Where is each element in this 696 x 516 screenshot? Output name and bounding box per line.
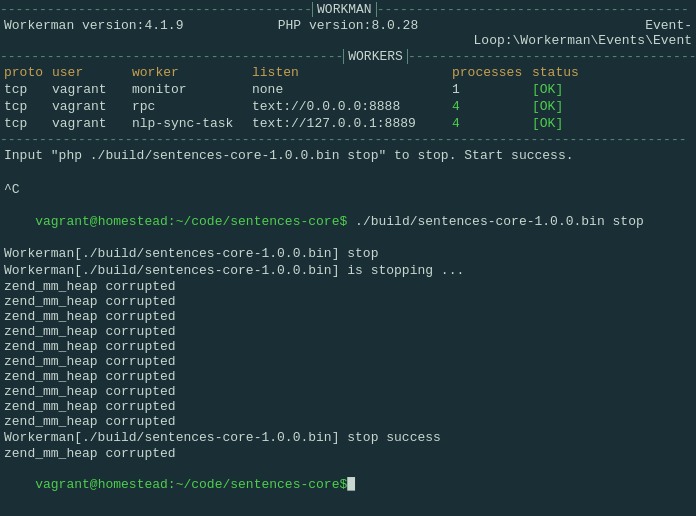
heap-9: zend_mm_heap corrupted	[0, 399, 696, 414]
event-loop: Event-Loop:\Workerman\Events\Event	[463, 18, 692, 48]
table-header: proto user worker listen processes statu…	[0, 64, 696, 81]
top-separator: ----------------------------------------…	[0, 2, 696, 17]
title-workman: WORKMAN	[312, 2, 377, 17]
table-row: tcp vagrant rpc text://0.0.0.0:8888 4 [O…	[0, 98, 696, 115]
heap-10: zend_mm_heap corrupted	[0, 414, 696, 429]
workers-title: WORKERS	[343, 49, 408, 64]
cell-user-2: vagrant	[52, 99, 132, 114]
cell-user-1: vagrant	[52, 82, 132, 97]
command-1: ./build/sentences-core-1.0.0.bin stop	[347, 214, 643, 229]
workerman-version: Workerman version:4.1.9	[4, 18, 233, 48]
cell-proto-1: tcp	[4, 82, 52, 97]
cell-worker-3: nlp-sync-task	[132, 116, 252, 131]
workerman-stop: Workerman[./build/sentences-core-1.0.0.b…	[0, 245, 696, 262]
prompt-1: vagrant@homestead:~/code/sentences-core$	[35, 214, 347, 229]
cell-processes-3: 4	[452, 116, 532, 131]
header-proto: proto	[4, 65, 52, 80]
heap-1: zend_mm_heap corrupted	[0, 279, 696, 294]
ctrl-c: ^C	[0, 181, 696, 198]
cell-listen-3: text://127.0.0.1:8889	[252, 116, 452, 131]
cell-listen-2: text://0.0.0.0:8888	[252, 99, 452, 114]
header-worker: worker	[132, 65, 252, 80]
heap-2: zend_mm_heap corrupted	[0, 294, 696, 309]
terminal: ----------------------------------------…	[0, 0, 696, 516]
workerman-stopping: Workerman[./build/sentences-core-1.0.0.b…	[0, 262, 696, 279]
command-line-1: vagrant@homestead:~/code/sentences-core$…	[0, 198, 696, 245]
cell-proto-3: tcp	[4, 116, 52, 131]
heap-7: zend_mm_heap corrupted	[0, 369, 696, 384]
final-cmd: █	[347, 477, 355, 492]
workerman-stop-success: Workerman[./build/sentences-core-1.0.0.b…	[0, 429, 696, 446]
cell-listen-1: none	[252, 82, 452, 97]
heap-4: zend_mm_heap corrupted	[0, 324, 696, 339]
cell-worker-2: rpc	[132, 99, 252, 114]
heap-6: zend_mm_heap corrupted	[0, 354, 696, 369]
cell-user-3: vagrant	[52, 116, 132, 131]
cell-status-1: [OK]	[532, 82, 592, 97]
cell-proto-2: tcp	[4, 99, 52, 114]
heap-3: zend_mm_heap corrupted	[0, 309, 696, 324]
cell-status-2: [OK]	[532, 99, 592, 114]
table-row: tcp vagrant nlp-sync-task text://127.0.0…	[0, 115, 696, 132]
final-prompt-line: vagrant@homestead:~/code/sentences-core$…	[0, 461, 696, 508]
cell-processes-2: 4	[452, 99, 532, 114]
final-prompt: vagrant@homestead:~/code/sentences-core$	[35, 477, 347, 492]
input-message: Input "php ./build/sentences-core-1.0.0.…	[0, 147, 696, 164]
header-user: user	[52, 65, 132, 80]
blank-line	[0, 164, 696, 181]
version-info-line: Workerman version:4.1.9 PHP version:8.0.…	[0, 17, 696, 49]
cell-worker-1: monitor	[132, 82, 252, 97]
header-status: status	[532, 65, 592, 80]
heap-5: zend_mm_heap corrupted	[0, 339, 696, 354]
header-processes: processes	[452, 65, 532, 80]
header-listen: listen	[252, 65, 452, 80]
workers-separator: ----------------------------------------…	[0, 49, 696, 64]
php-version: PHP version:8.0.28	[233, 18, 462, 48]
table-row: tcp vagrant monitor none 1 [OK]	[0, 81, 696, 98]
cell-processes-1: 1	[452, 82, 532, 97]
heap-8: zend_mm_heap corrupted	[0, 384, 696, 399]
cell-status-3: [OK]	[532, 116, 592, 131]
bottom-separator: ----------------------------------------…	[0, 132, 696, 147]
heap-11: zend_mm_heap corrupted	[0, 446, 696, 461]
